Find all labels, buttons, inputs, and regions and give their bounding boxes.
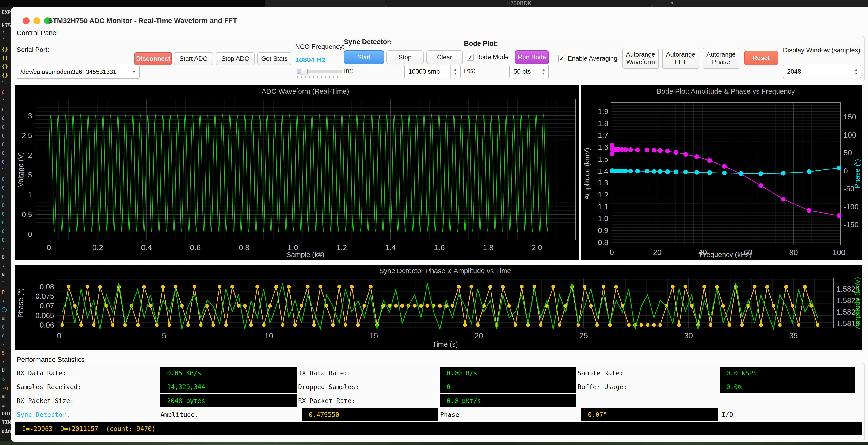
- sidebar-file-item[interactable]: ≡: [2, 315, 10, 321]
- autorange-phase-button[interactable]: AutorangePhase: [703, 48, 739, 69]
- svg-text:1.4: 1.4: [598, 167, 608, 175]
- sidebar-file-item[interactable]: ˇ: [2, 168, 10, 173]
- sidebar-file-item[interactable]: ≡: [2, 402, 10, 408]
- sidebar-file-item[interactable]: C: [2, 211, 10, 217]
- sidebar-file-item[interactable]: P: [2, 289, 10, 295]
- svg-text:ADC Waveform (Real-Time): ADC Waveform (Real-Time): [261, 87, 349, 95]
- sidebar-file-item[interactable]: ⓘ: [2, 306, 10, 314]
- sidebar-file-item[interactable]: {}: [2, 63, 10, 69]
- sidebar-file-item[interactable]: C: [2, 237, 10, 243]
- sidebar-file-item[interactable]: {}: [2, 72, 10, 78]
- svg-text:50: 50: [844, 149, 852, 157]
- sidebar-file-item[interactable]: TIM: [2, 419, 10, 425]
- get-stats-button[interactable]: Get Stats: [257, 52, 291, 65]
- adc-waveform-panel: 00.20.40.60.81.01.21.41.61.82.000.511.52…: [15, 85, 579, 260]
- svg-text:-50: -50: [844, 184, 855, 193]
- spinner-arrows-icon[interactable]: ▲▼: [450, 65, 460, 78]
- sidebar-file-item[interactable]: S: [2, 350, 10, 356]
- serial-port-select[interactable]: /dev/cu.usbmodem326F345531331 ▼: [17, 65, 140, 79]
- start-adc-button[interactable]: Start ADC: [174, 52, 213, 65]
- autorange-fft-button[interactable]: AutorangeFFT: [662, 48, 699, 69]
- sidebar-file-item[interactable]: ˇ: [2, 98, 10, 104]
- spinner-arrows-icon[interactable]: ▲▼: [539, 65, 549, 78]
- sidebar-file-item[interactable]: OUT: [2, 411, 10, 417]
- sidebar-file-item[interactable]: C: [2, 185, 10, 191]
- svg-text:0: 0: [47, 243, 51, 252]
- svg-text:2.5: 2.5: [22, 131, 32, 140]
- svg-text:25: 25: [579, 331, 588, 340]
- nco-frequency-value: 10804 Hz: [295, 56, 325, 64]
- slider-handle[interactable]: [301, 68, 308, 75]
- autorange-waveform-button[interactable]: AutorangeWaveform: [622, 48, 659, 69]
- sidebar-file-item[interactable]: ζ: [2, 324, 10, 330]
- iq-label: I/Q:: [722, 408, 737, 421]
- pts-spinbox[interactable]: 50 pts ▲▼: [509, 65, 549, 79]
- svg-text:150: 150: [844, 113, 856, 121]
- sidebar-file-item[interactable]: ›: [2, 29, 10, 34]
- rx-data-rate-label: RX Data Rate:: [17, 366, 66, 380]
- checkbox-check-icon: ✓: [467, 54, 474, 61]
- sidebar-file-item[interactable]: U: [2, 367, 10, 373]
- bode-mode-checkbox[interactable]: ✓ Bode Mode: [467, 54, 508, 61]
- sync-stop-button[interactable]: Stop: [386, 51, 424, 64]
- svg-text:Frequency (kHz): Frequency (kHz): [700, 251, 752, 259]
- svg-text:0.08: 0.08: [40, 283, 54, 291]
- sidebar-file-item[interactable]: C: [2, 150, 10, 156]
- sidebar-file-item[interactable]: C: [2, 194, 10, 200]
- sidebar-file-item[interactable]: C: [2, 89, 10, 95]
- svg-text:0.8: 0.8: [239, 243, 249, 252]
- svg-text:0.5: 0.5: [22, 210, 32, 219]
- sidebar-file-item[interactable]: ›: [2, 359, 10, 364]
- sidebar-file-item[interactable]: EXP: [2, 9, 10, 15]
- sidebar-file-item[interactable]: ›: [2, 298, 10, 304]
- nco-frequency-slider[interactable]: [297, 67, 342, 78]
- sidebar-file-item[interactable]: C: [2, 142, 10, 147]
- sidebar-file-item[interactable]: ain: [2, 428, 10, 434]
- sidebar-file-item[interactable]: D: [2, 255, 10, 260]
- sidebar-file-item[interactable]: C: [2, 159, 10, 165]
- sidebar-file-item[interactable]: ›: [2, 341, 10, 347]
- sidebar-file-item[interactable]: .g: [2, 385, 10, 390]
- checkbox-check-icon: ✓: [558, 55, 565, 62]
- sidebar-file-item[interactable]: ›: [2, 246, 10, 251]
- spinner-arrows-icon[interactable]: ▲▼: [851, 65, 861, 78]
- sidebar-file-item[interactable]: C: [2, 107, 10, 113]
- sidebar-file-item[interactable]: C: [2, 228, 10, 234]
- rx-packet-size-value: 2048 bytes: [160, 394, 297, 407]
- sidebar-file-item[interactable]: ≡: [2, 393, 10, 399]
- stats-divider: [10, 352, 868, 352]
- sidebar-file-item[interactable]: ˇ: [2, 37, 10, 43]
- sidebar-file-item[interactable]: N: [2, 272, 10, 278]
- display-window-value: 2048: [783, 68, 851, 75]
- sidebar-file-item[interactable]: C: [2, 202, 10, 208]
- reset-button[interactable]: Reset: [744, 51, 778, 65]
- sidebar-file-item[interactable]: C: [2, 133, 10, 139]
- sidebar-file-item[interactable]: ˇ: [2, 81, 10, 87]
- sample-rate-label: Sample Rate:: [578, 366, 623, 380]
- sidebar-file-item[interactable]: C: [2, 124, 10, 130]
- sidebar-file-item[interactable]: C: [2, 176, 10, 182]
- sidebar-file-item[interactable]: ζ: [2, 333, 10, 338]
- sidebar-file-item[interactable]: C: [2, 220, 10, 226]
- run-bode-button[interactable]: Run Bode: [515, 51, 549, 64]
- sync-start-button[interactable]: Start: [344, 51, 384, 64]
- adc-waveform-chart: 00.20.40.60.81.01.21.41.61.82.000.511.52…: [15, 85, 579, 260]
- stop-adc-button[interactable]: Stop ADC: [216, 52, 254, 65]
- sync-clear-button[interactable]: Clear: [426, 51, 463, 64]
- disconnect-button[interactable]: Disconnect: [134, 52, 172, 65]
- sidebar-file-item[interactable]: C: [2, 116, 10, 121]
- sidebar-file-item[interactable]: ◇: [2, 376, 10, 382]
- sync-detector-panel: 051015202530350.080.0750.070.0650.061.58…: [15, 265, 862, 350]
- svg-text:0.07: 0.07: [40, 302, 54, 310]
- bode-mode-label: Bode Mode: [476, 54, 508, 61]
- display-window-spinbox[interactable]: 2048 ▲▼: [783, 65, 861, 79]
- enable-averaging-checkbox[interactable]: ✓ Enable Averaging: [558, 55, 617, 62]
- sidebar-file-item[interactable]: ˇ: [2, 280, 10, 286]
- sidebar-file-item[interactable]: H75: [2, 23, 10, 28]
- sidebar-file-item[interactable]: ›: [2, 263, 10, 269]
- svg-text:30: 30: [684, 331, 693, 340]
- int-spinbox[interactable]: 10000 smp ▲▼: [404, 65, 461, 79]
- svg-text:1.6: 1.6: [598, 143, 608, 151]
- sidebar-file-item[interactable]: {}: [2, 55, 10, 61]
- sidebar-file-item[interactable]: {}: [2, 46, 10, 52]
